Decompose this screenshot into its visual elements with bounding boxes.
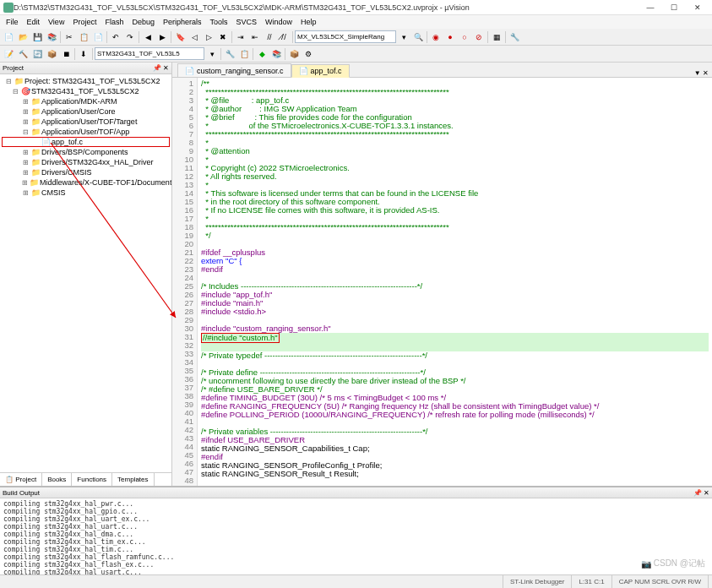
- find-icon[interactable]: 🔍: [411, 30, 425, 44]
- rte-icon[interactable]: ◆: [255, 47, 269, 61]
- pack-inst-icon[interactable]: ⚙: [302, 47, 315, 61]
- batch-build-icon[interactable]: 📦: [45, 47, 58, 61]
- config-icon[interactable]: 🔧: [508, 30, 521, 44]
- cut-icon[interactable]: ✂: [63, 30, 76, 44]
- maximize-button[interactable]: ☐: [663, 1, 685, 14]
- project-panel-tabs: 📋 ProjectBooksFunctionsTemplates: [0, 472, 171, 486]
- paste-icon[interactable]: 📄: [91, 30, 105, 44]
- translate-icon[interactable]: 📝: [2, 47, 15, 61]
- build-icon[interactable]: 🔨: [16, 47, 30, 61]
- panel-tab-functions[interactable]: Functions: [72, 473, 112, 486]
- tree-item[interactable]: ⊞📁Application/MDK-ARM: [2, 96, 170, 106]
- breakpoint-icon[interactable]: ●: [443, 30, 457, 44]
- build-output-title: Build Output: [3, 489, 40, 497]
- titlebar: D:\STM32\STM32G431_TOF_VL53L5CX\STM32G43…: [0, 0, 712, 15]
- bookmark-icon[interactable]: 🔖: [173, 30, 187, 44]
- nav-fwd-icon[interactable]: ▶: [155, 30, 169, 44]
- menu-project[interactable]: Project: [68, 18, 101, 26]
- menu-svcs[interactable]: SVCS: [232, 18, 262, 26]
- tree-item[interactable]: ⊞📁Drivers/BSP/Components: [2, 147, 170, 157]
- project-tree[interactable]: ⊟📁Project: STM32G431_TOF_VL53L5CX2⊟🎯STM3…: [0, 74, 171, 472]
- tree-item[interactable]: ⊞📁Application/User/Core: [2, 106, 170, 117]
- code-editor[interactable]: 1234567891011121314151617181920212223242…: [172, 78, 712, 486]
- build-output-panel: Build Output 📌 ✕ compiling stm32g4xx_hal…: [0, 486, 712, 574]
- debug-icon[interactable]: ◉: [429, 30, 443, 44]
- status-cursor: L:31 C:1: [572, 575, 611, 588]
- window-icon[interactable]: ▦: [490, 30, 503, 44]
- tree-item[interactable]: ⊞📁CMSIS: [2, 188, 170, 198]
- manage-icon[interactable]: 📋: [237, 47, 251, 61]
- download-icon[interactable]: ⬇: [77, 47, 90, 61]
- editor-tab-controls[interactable]: ▼ ✕: [694, 69, 712, 77]
- menubar: FileEditViewProjectFlashDebugPeripherals…: [0, 15, 712, 29]
- close-button[interactable]: ✕: [687, 1, 709, 14]
- bookmark-next-icon[interactable]: ▷: [202, 30, 215, 44]
- books-icon[interactable]: 📚: [269, 47, 283, 61]
- panel-tab-books[interactable]: Books: [42, 473, 72, 486]
- copy-icon[interactable]: 📋: [77, 30, 90, 44]
- panel-pin-icon[interactable]: 📌: [153, 64, 161, 72]
- editor-tab-custom-ranging[interactable]: 📄custom_ranging_sensor.c: [177, 63, 291, 77]
- undo-icon[interactable]: ↶: [109, 30, 122, 44]
- redo-icon[interactable]: ↷: [123, 30, 137, 44]
- indent-icon[interactable]: ⇥: [234, 30, 247, 44]
- menu-view[interactable]: View: [44, 18, 68, 26]
- tree-item[interactable]: ⊟🎯STM32G431_TOF_VL53L5CX2: [2, 86, 170, 96]
- tree-item[interactable]: 📄app_tof.c: [2, 137, 170, 147]
- outdent-icon[interactable]: ⇤: [248, 30, 262, 44]
- project-panel-header: Project 📌 ✕: [0, 63, 171, 74]
- tree-item[interactable]: ⊞📁Drivers/STM32G4xx_HAL_Driver: [2, 157, 170, 167]
- uncomment-icon[interactable]: /̸/: [277, 30, 291, 44]
- target-combo[interactable]: [95, 47, 204, 60]
- pack-icon[interactable]: 📦: [287, 47, 301, 61]
- file-icon: 📄: [185, 67, 194, 75]
- menu-peripherals[interactable]: Peripherals: [159, 18, 206, 26]
- tree-item[interactable]: ⊞📁Application/User/TOF/Target: [2, 117, 170, 127]
- menu-flash[interactable]: Flash: [101, 18, 128, 26]
- save-all-icon[interactable]: 📚: [45, 30, 58, 44]
- minimize-button[interactable]: —: [639, 1, 661, 14]
- bookmark-clear-icon[interactable]: ✖: [216, 30, 230, 44]
- rebuild-icon[interactable]: 🔄: [30, 47, 44, 61]
- options-icon[interactable]: 🔧: [223, 47, 236, 61]
- save-icon[interactable]: 💾: [30, 30, 44, 44]
- build-pin-icon[interactable]: 📌: [693, 489, 702, 497]
- statusbar: ST-Link Debugger L:31 C:1 CAP NUM SCRL O…: [0, 574, 712, 588]
- stop-build-icon[interactable]: ⏹: [59, 47, 73, 61]
- editor-tab-app-tof[interactable]: 📄app_tof.c: [291, 64, 350, 78]
- find-dropdown-icon[interactable]: ▾: [397, 30, 410, 44]
- menu-edit[interactable]: Edit: [23, 18, 45, 26]
- editor: 📄custom_ranging_sensor.c 📄app_tof.c ▼ ✕ …: [172, 63, 712, 486]
- build-output-text[interactable]: compiling stm32g4xx_hal_pwr.c... compili…: [0, 498, 712, 574]
- panel-tab-project[interactable]: 📋 Project: [0, 473, 42, 486]
- build-close-icon[interactable]: ✕: [704, 489, 709, 497]
- file-icon: 📄: [299, 67, 308, 75]
- tree-item[interactable]: ⊞📁Drivers/CMSIS: [2, 167, 170, 177]
- find-combo[interactable]: [295, 30, 396, 43]
- project-panel: Project 📌 ✕ ⊟📁Project: STM32G431_TOF_VL5…: [0, 63, 172, 486]
- status-caps: CAP NUM SCRL OVR R/W: [612, 575, 709, 588]
- breakpoint-en-icon[interactable]: ○: [458, 30, 471, 44]
- menu-debug[interactable]: Debug: [128, 18, 159, 26]
- toolbar-main: 📄 📂 💾 📚 ✂ 📋 📄 ↶ ↷ ◀ ▶ 🔖 ◁ ▷ ✖ ⇥ ⇤ // /̸/…: [0, 29, 712, 46]
- editor-tabs: 📄custom_ranging_sensor.c 📄app_tof.c ▼ ✕: [172, 63, 712, 78]
- svg-rect-0: [3, 3, 14, 13]
- comment-icon[interactable]: //: [263, 30, 276, 44]
- open-icon[interactable]: 📂: [16, 30, 30, 44]
- menu-help[interactable]: Help: [296, 18, 321, 26]
- project-panel-title: Project: [3, 64, 24, 72]
- bookmark-prev-icon[interactable]: ◁: [188, 30, 201, 44]
- tree-item[interactable]: ⊟📁Project: STM32G431_TOF_VL53L5CX2: [2, 76, 170, 86]
- panel-close-icon[interactable]: ✕: [163, 64, 169, 72]
- tree-item[interactable]: ⊞📁Middlewares/X-CUBE-TOF1/Documentation: [2, 177, 170, 188]
- menu-tools[interactable]: Tools: [205, 18, 231, 26]
- tree-item[interactable]: ⊟📁Application/User/TOF/App: [2, 127, 170, 137]
- menu-file[interactable]: File: [2, 18, 23, 26]
- breakpoint-kill-icon[interactable]: ⊘: [472, 30, 486, 44]
- target-dropdown-icon[interactable]: ▾: [205, 47, 219, 61]
- nav-back-icon[interactable]: ◀: [141, 30, 155, 44]
- menu-window[interactable]: Window: [261, 18, 296, 26]
- new-icon[interactable]: 📄: [2, 30, 15, 44]
- status-debugger: ST-Link Debugger: [503, 575, 572, 588]
- panel-tab-templates[interactable]: Templates: [112, 473, 154, 486]
